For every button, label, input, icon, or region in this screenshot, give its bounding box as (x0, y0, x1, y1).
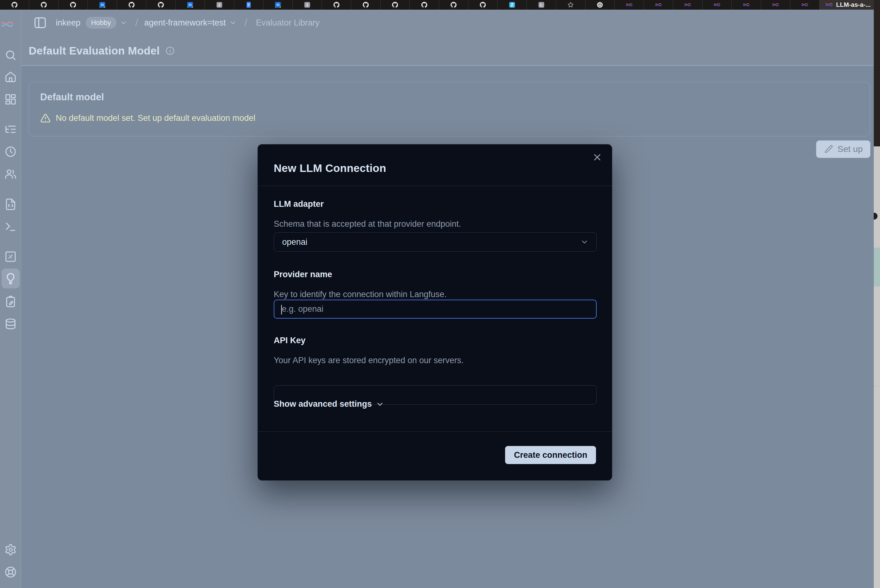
svg-text:L: L (540, 3, 543, 7)
zed-favicon: Z (304, 1, 311, 8)
langfuse-favicon (714, 1, 721, 8)
edge-dark-segment (874, 0, 880, 146)
browser-tab[interactable] (58, 0, 88, 10)
browser-tab[interactable] (585, 0, 615, 10)
home-icon (4, 71, 17, 83)
browser-tab[interactable] (234, 0, 264, 10)
github-favicon (11, 1, 18, 8)
sidebar-item-users[interactable] (0, 167, 21, 181)
browser-tab-active[interactable]: LLM-as-a-... (820, 0, 874, 10)
plan-badge: Hobby (85, 17, 117, 28)
browser-tab[interactable] (410, 0, 439, 10)
chat-favicon (508, 1, 516, 8)
star-favicon (567, 1, 574, 8)
browser-tab[interactable]: Z (293, 0, 322, 10)
pencil-icon (824, 144, 833, 154)
browser-tab[interactable]: 31 (88, 0, 117, 10)
close-icon[interactable] (592, 152, 603, 163)
warning-text: No default model set. Set up default eva… (56, 113, 255, 123)
sidebar-item-dashboards[interactable] (0, 93, 21, 106)
sidebar-item-search[interactable] (0, 48, 21, 62)
browser-tab[interactable] (322, 0, 351, 10)
browser-tab[interactable]: 31 (264, 0, 293, 10)
database-icon (4, 318, 17, 330)
browser-tab[interactable] (673, 0, 703, 10)
browser-tab[interactable] (468, 0, 498, 10)
browser-tab-title: LLM-as-a-... (836, 1, 871, 8)
langfuse-favicon (743, 1, 750, 8)
sidebar-item-tracing[interactable] (0, 122, 21, 136)
browser-tab[interactable] (732, 0, 761, 10)
warning-row: No default model set. Set up default eva… (40, 113, 255, 123)
info-icon[interactable] (165, 46, 175, 56)
langfuse-favicon (772, 1, 779, 8)
sidebar-item-datasets[interactable] (0, 317, 21, 331)
zed-favicon: Z (216, 1, 223, 8)
browser-tab[interactable] (498, 0, 527, 10)
chevron-down-icon[interactable] (120, 19, 128, 27)
llm-adapter-select[interactable]: openai (274, 232, 597, 252)
sidebar-item-sessions[interactable] (0, 145, 21, 159)
browser-tab[interactable] (351, 0, 381, 10)
gcal-favicon: 31 (186, 1, 194, 8)
svg-text:31: 31 (276, 3, 280, 6)
linear-favicon: L (538, 1, 545, 8)
show-advanced-settings-toggle[interactable]: Show advanced settings (274, 399, 384, 409)
sidebar-item-scores[interactable] (0, 250, 21, 264)
browser-tab-strip: 3131Z31ZL LLM-as-a-... (0, 0, 874, 10)
sidebar-item-home[interactable] (0, 70, 21, 84)
llm-adapter-label: LLM adapter (274, 200, 324, 209)
langfuse-logo-icon (1, 18, 14, 31)
browser-tab[interactable] (703, 0, 732, 10)
browser-tab[interactable] (761, 0, 790, 10)
chevron-down-icon (580, 238, 589, 246)
sidebar-item-prompts[interactable] (0, 198, 21, 211)
sidebar-item-playground[interactable] (0, 220, 21, 234)
card-title: Default model (40, 92, 104, 103)
browser-tab[interactable]: Z (205, 0, 234, 10)
users-icon (4, 168, 17, 180)
clock-icon (4, 146, 17, 158)
sidebar-item-support[interactable] (0, 565, 21, 579)
sidebar-toggle-button[interactable] (33, 16, 47, 30)
browser-tab[interactable] (790, 0, 820, 10)
edge-notch (874, 213, 877, 220)
lightbulb-icon (4, 272, 17, 285)
app-header: inkeep Hobby / agent-framework=test / Ev… (0, 10, 874, 66)
browser-tab[interactable] (117, 0, 146, 10)
browser-tab[interactable] (0, 0, 29, 10)
browser-tab[interactable] (439, 0, 468, 10)
browser-tab[interactable] (644, 0, 673, 10)
browser-tab[interactable] (381, 0, 410, 10)
breadcrumb-separator: / (135, 17, 138, 28)
browser-tab[interactable]: L (527, 0, 556, 10)
chevron-down-icon[interactable] (229, 19, 237, 27)
svg-text:31: 31 (100, 3, 104, 6)
sidebar-item-evaluators[interactable] (0, 272, 21, 285)
breadcrumb-project[interactable]: agent-framework=test (144, 18, 226, 28)
browser-tab[interactable] (556, 0, 585, 10)
browser-tab[interactable] (146, 0, 175, 10)
background-window-edge (874, 0, 880, 588)
browser-tab[interactable] (615, 0, 644, 10)
life-buoy-icon (4, 566, 17, 578)
sidebar-item-annotation-queues[interactable] (0, 295, 21, 308)
gcal-favicon: 31 (99, 1, 106, 8)
set-up-label: Set up (838, 144, 863, 154)
breadcrumb-current: Evaluator Library (256, 18, 319, 28)
langfuse-favicon (801, 1, 808, 8)
file-code-icon (4, 198, 17, 210)
set-up-button[interactable]: Set up (816, 141, 870, 158)
browser-tab[interactable] (29, 0, 58, 10)
browser-tab[interactable]: 31 (175, 0, 205, 10)
warning-triangle-icon (40, 113, 51, 123)
provider-name-input[interactable] (274, 300, 596, 318)
svg-text:Z: Z (306, 3, 308, 7)
langfuse-favicon (655, 1, 662, 8)
provider-name-field (274, 300, 597, 319)
create-connection-button[interactable]: Create connection (505, 446, 596, 464)
github-favicon (421, 1, 428, 8)
langfuse-favicon (825, 1, 833, 9)
sidebar-item-settings[interactable] (0, 543, 21, 556)
breadcrumb-org[interactable]: inkeep (56, 18, 81, 28)
